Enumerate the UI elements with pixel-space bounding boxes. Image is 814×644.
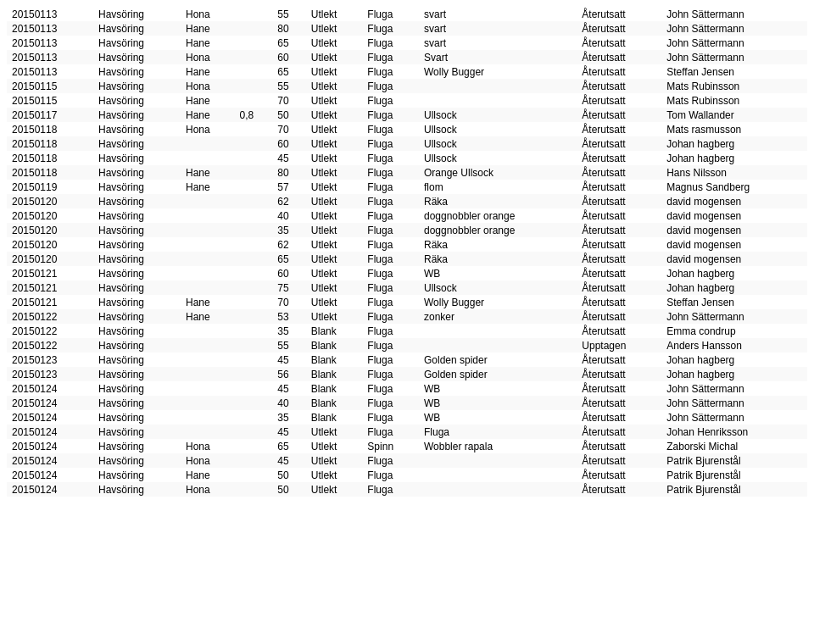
- table-cell: Havsöring: [93, 353, 181, 367]
- table-cell: Tom Wallander: [661, 108, 807, 122]
- table-cell: [419, 468, 577, 482]
- table-cell: Fluga: [362, 381, 419, 396]
- table-cell: Wolly Bugger: [419, 64, 577, 79]
- table-cell: [234, 410, 272, 425]
- table-row: 20150120Havsöring62UtlektFlugaRäkaÅterut…: [7, 194, 807, 208]
- table-cell: Havsöring: [93, 136, 181, 151]
- table-cell: Golden spider: [419, 367, 577, 381]
- table-row: 20150122Havsöring55BlankFlugaUpptagenAnd…: [7, 338, 807, 353]
- table-cell: 20150120: [7, 237, 93, 252]
- table-cell: Återutsatt: [577, 353, 661, 367]
- table-cell: Golden spider: [419, 353, 577, 367]
- table-cell: [234, 223, 272, 237]
- table-row: 20150123Havsöring56BlankFlugaGolden spid…: [7, 367, 807, 381]
- table-cell: [234, 439, 272, 453]
- table-cell: 55: [272, 7, 306, 21]
- table-cell: Utlekt: [306, 165, 363, 180]
- table-cell: Utlekt: [306, 266, 363, 280]
- table-cell: Blank: [306, 381, 363, 396]
- table-cell: Återutsatt: [577, 21, 661, 36]
- table-row: 20150120Havsöring35UtlektFlugadoggnobble…: [7, 223, 807, 237]
- table-cell: Havsöring: [93, 50, 181, 64]
- table-cell: Återutsatt: [577, 64, 661, 79]
- table-cell: [234, 338, 272, 353]
- table-cell: Fluga: [362, 50, 419, 64]
- table-cell: 40: [272, 396, 306, 410]
- table-cell: Utlekt: [306, 439, 363, 453]
- table-cell: Havsöring: [93, 468, 181, 482]
- table-cell: [181, 410, 234, 425]
- table-cell: Havsöring: [93, 396, 181, 410]
- table-cell: Ullsock: [419, 122, 577, 136]
- table-cell: Utlekt: [306, 64, 363, 79]
- table-cell: Återutsatt: [577, 482, 661, 497]
- table-cell: [234, 309, 272, 324]
- table-cell: 65: [272, 36, 306, 50]
- table-cell: Mats rasmusson: [661, 122, 807, 136]
- table-row: 20150119HavsöringHane57UtlektFlugaflomÅt…: [7, 180, 807, 194]
- table-cell: Hane: [181, 309, 234, 324]
- table-row: 20150124HavsöringHona50UtlektFlugaÅterut…: [7, 482, 807, 497]
- table-cell: [181, 425, 234, 439]
- table-cell: Blank: [306, 338, 363, 353]
- table-cell: [234, 237, 272, 252]
- table-cell: Havsöring: [93, 165, 181, 180]
- table-cell: Återutsatt: [577, 381, 661, 396]
- table-cell: Räka: [419, 194, 577, 208]
- table-cell: Upptagen: [577, 338, 661, 353]
- table-row: 20150121Havsöring75UtlektFlugaUllsockÅte…: [7, 280, 807, 295]
- table-cell: Utlekt: [306, 122, 363, 136]
- table-cell: 60: [272, 50, 306, 64]
- table-cell: [234, 381, 272, 396]
- table-cell: [234, 165, 272, 180]
- table-cell: Havsöring: [93, 425, 181, 439]
- table-cell: Hona: [181, 453, 234, 468]
- table-cell: 65: [272, 252, 306, 266]
- table-cell: Fluga: [362, 468, 419, 482]
- table-cell: Johan hagberg: [661, 151, 807, 165]
- table-cell: [234, 453, 272, 468]
- table-cell: david mogensen: [661, 194, 807, 208]
- table-cell: 20150121: [7, 280, 93, 295]
- table-cell: 45: [272, 381, 306, 396]
- table-cell: 20150119: [7, 180, 93, 194]
- table-cell: Återutsatt: [577, 151, 661, 165]
- table-cell: Hona: [181, 7, 234, 21]
- table-cell: Fluga: [362, 396, 419, 410]
- table-cell: Johan hagberg: [661, 280, 807, 295]
- table-cell: [234, 64, 272, 79]
- table-cell: Fluga: [362, 338, 419, 353]
- table-cell: Utlekt: [306, 309, 363, 324]
- table-cell: 60: [272, 266, 306, 280]
- table-cell: [234, 21, 272, 36]
- table-cell: Hane: [181, 93, 234, 108]
- table-cell: [181, 252, 234, 266]
- table-cell: Havsöring: [93, 381, 181, 396]
- table-cell: [181, 396, 234, 410]
- table-cell: Återutsatt: [577, 208, 661, 223]
- table-cell: Emma condrup: [661, 324, 807, 338]
- table-cell: [181, 151, 234, 165]
- table-row: 20150115HavsöringHane70UtlektFlugaÅterut…: [7, 93, 807, 108]
- table-cell: 20150124: [7, 453, 93, 468]
- table-cell: [181, 353, 234, 367]
- table-cell: Havsöring: [93, 453, 181, 468]
- table-cell: Utlekt: [306, 295, 363, 309]
- table-cell: Utlekt: [306, 180, 363, 194]
- table-cell: Havsöring: [93, 252, 181, 266]
- table-cell: Wolly Bugger: [419, 295, 577, 309]
- table-row: 20150118HavsöringHane80UtlektFlugaOrange…: [7, 165, 807, 180]
- table-cell: 70: [272, 122, 306, 136]
- table-cell: Återutsatt: [577, 180, 661, 194]
- table-cell: Räka: [419, 252, 577, 266]
- table-cell: Återutsatt: [577, 194, 661, 208]
- table-cell: Fluga: [362, 108, 419, 122]
- table-cell: Havsöring: [93, 237, 181, 252]
- table-cell: [234, 194, 272, 208]
- table-cell: Återutsatt: [577, 136, 661, 151]
- table-cell: svart: [419, 36, 577, 50]
- table-row: 20150124Havsöring40BlankFlugaWBÅterutsat…: [7, 396, 807, 410]
- table-cell: Ullsock: [419, 151, 577, 165]
- table-cell: Fluga: [362, 453, 419, 468]
- table-cell: Återutsatt: [577, 252, 661, 266]
